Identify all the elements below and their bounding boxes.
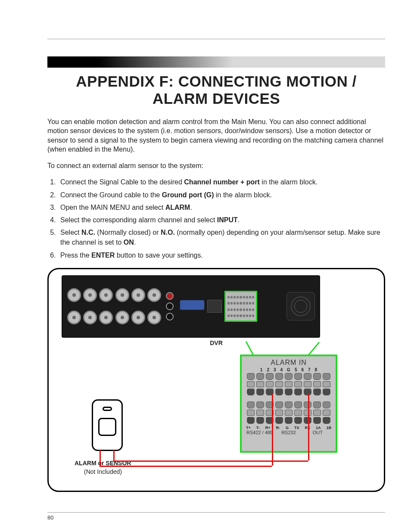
- wire-red: [113, 450, 115, 460]
- header-gradient-bar: [47, 56, 385, 68]
- steps-list: Connect the Signal Cable to the desired …: [47, 177, 385, 260]
- bnc-connector: [67, 288, 81, 302]
- pin-t-plus: T+: [246, 426, 251, 430]
- num-8: 8: [315, 367, 318, 372]
- bnc-connector: [83, 288, 97, 302]
- pin-g: G: [286, 426, 289, 430]
- figure-box: DVR ALARM IN 1 2 3 4 G 5 6 7 8 T+ T- R+: [47, 268, 385, 492]
- step-5: Select N.C. (Normally closed) or N.O. (n…: [58, 227, 385, 247]
- pin-1a: 1A: [316, 426, 321, 430]
- num-1: 1: [260, 367, 263, 372]
- step-2-bold: Ground port (G): [162, 191, 214, 199]
- dvr-label: DVR: [56, 339, 377, 346]
- step-1-bold: Channel number + port: [184, 178, 260, 186]
- pin-tx: TX: [294, 426, 299, 430]
- section-out: OUT: [303, 430, 332, 435]
- wire-red: [308, 394, 309, 460]
- fan-icon: [286, 292, 315, 320]
- step-3-text: Open the MAIN MENU and select: [60, 204, 165, 211]
- bnc-connector: [99, 311, 113, 324]
- bnc-connector: [83, 311, 97, 324]
- pin-1b: 1B: [326, 426, 331, 430]
- step-1-tail: in the alarm block.: [260, 178, 318, 186]
- alarm-block-small: [224, 291, 257, 322]
- rca-audio-ports: [166, 292, 174, 320]
- step-1: Connect the Signal Cable to the desired …: [58, 177, 385, 187]
- num-6: 6: [301, 367, 304, 372]
- alarm-in-title: ALARM IN: [271, 359, 307, 367]
- num-4: 4: [280, 367, 283, 372]
- pin-rx: RX: [305, 426, 310, 430]
- bnc-connector: [115, 311, 129, 324]
- step-5-text-b: (Normally closed) or: [95, 229, 161, 236]
- rca-black: [166, 313, 174, 320]
- step-1-text: Connect the Signal Cable to the desired: [60, 178, 184, 186]
- top-rule: [47, 39, 385, 39]
- step-6-bold: ENTER: [91, 252, 115, 259]
- num-5: 5: [295, 367, 297, 372]
- wire-red: [100, 450, 101, 466]
- wire-red: [113, 460, 308, 462]
- terminal-rows: [247, 373, 330, 424]
- alarm-block-enlarged: ALARM IN 1 2 3 4 G 5 6 7 8 T+ T- R+ R- G: [240, 355, 337, 453]
- intro-paragraph: You can enable motion detection and alar…: [47, 117, 385, 154]
- bnc-connector-grid: [67, 285, 162, 328]
- rca-black: [166, 302, 174, 310]
- pin-r-minus: R-: [276, 426, 280, 430]
- wire-red: [272, 394, 273, 466]
- wire-red: [100, 466, 272, 467]
- sensor-sublabel: (Not Included): [84, 468, 122, 475]
- bnc-connector: [131, 311, 145, 324]
- step-4-tail: .: [238, 216, 240, 224]
- motion-sensor-icon: [92, 399, 123, 451]
- section-rs422: RS422 / 485: [245, 430, 274, 435]
- lan-port: [207, 300, 222, 313]
- step-6-tail: button to save your settings.: [115, 252, 203, 259]
- step-6: Press the ENTER button to save your sett…: [58, 250, 385, 260]
- bottom-pin-labels: T+ T- R+ R- G TX RX 1A 1B: [245, 426, 332, 430]
- alarm-channel-numbers: 1 2 3 4 G 5 6 7 8: [260, 367, 317, 372]
- step-4: Select the corresponding alarm channel a…: [58, 215, 385, 225]
- vga-port: [180, 300, 205, 310]
- bnc-connector: [99, 288, 113, 302]
- num-3: 3: [274, 367, 276, 372]
- step-5-text-a: Select: [60, 229, 81, 236]
- sensor-lens-icon: [98, 418, 116, 436]
- step-4-text: Select the corresponding alarm channel a…: [60, 216, 217, 224]
- bnc-connector: [67, 311, 81, 324]
- bnc-connector: [131, 288, 145, 302]
- step-5-bold-no: N.O.: [161, 229, 175, 236]
- step-6-text: Press the: [60, 252, 91, 259]
- page-number: 80: [47, 512, 385, 521]
- rca-red: [166, 292, 174, 300]
- section-rs232: RS232: [274, 430, 303, 435]
- step-3: Open the MAIN MENU and select ALARM.: [58, 202, 385, 212]
- step-3-tail: .: [190, 204, 192, 211]
- pin-t-minus: T-: [256, 426, 260, 430]
- step-2-tail: in the alarm block.: [214, 191, 272, 199]
- step-2-text: Connect the Ground cable to the: [60, 191, 162, 199]
- sensor-led-icon: [103, 407, 112, 411]
- lead-paragraph: To connect an external alarm sensor to t…: [47, 161, 385, 171]
- step-4-bold: INPUT: [217, 216, 238, 224]
- num-g: G: [287, 367, 290, 372]
- bnc-connector: [115, 288, 129, 302]
- num-7: 7: [308, 367, 311, 372]
- bnc-connector: [147, 288, 161, 302]
- pin-r-plus: R+: [265, 426, 271, 430]
- bottom-section-labels: RS422 / 485 RS232 OUT: [245, 430, 332, 435]
- page-title: APPENDIX F: CONNECTING MOTION / ALARM DE…: [47, 73, 385, 108]
- step-3-bold: ALARM: [165, 204, 190, 211]
- num-2: 2: [267, 367, 269, 372]
- step-5-bold-on: ON: [124, 239, 134, 246]
- step-2: Connect the Ground cable to the Ground p…: [58, 190, 385, 200]
- bnc-connector: [147, 311, 161, 324]
- mid-ports: [180, 300, 222, 313]
- step-5-bold-nc: N.C.: [81, 229, 95, 236]
- dvr-rear-panel: [62, 275, 320, 338]
- step-5-tail: .: [134, 239, 136, 246]
